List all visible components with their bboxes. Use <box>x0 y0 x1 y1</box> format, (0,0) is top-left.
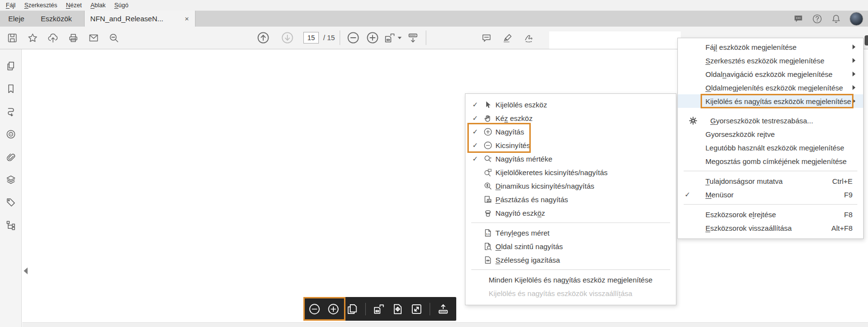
print-button[interactable] <box>65 30 81 46</box>
menubar-item-view[interactable]: Nézet <box>61 1 86 10</box>
highlight-button[interactable] <box>499 30 516 46</box>
hide-toolbar-button[interactable] <box>404 30 421 46</box>
comment-icon <box>481 32 492 44</box>
menu-item-marquee-zoom[interactable]: Kijelölőkeretes kicsinyítés/nagyítás <box>465 165 676 179</box>
horizontal-scrollbar[interactable] <box>22 322 868 327</box>
menubar-item-file[interactable]: Fájl <box>1 1 20 10</box>
menu-item-actual-size[interactable]: 1:1Tényleges méret <box>465 226 676 239</box>
menu-item-reset-toolbars[interactable]: Eszközsorok visszaállításaAlt+F8 <box>678 221 863 235</box>
menubar-item-edit[interactable]: Szerkesztés <box>20 1 61 10</box>
fab-fullscreen-button[interactable] <box>410 303 423 315</box>
menu-item-show-all-select-zoom[interactable]: Minden Kijelölés és nagyítás eszköz megj… <box>465 273 676 286</box>
comment-button[interactable] <box>478 30 494 46</box>
menu-item-menu-bar-toggle[interactable]: ✓MenüsorF9 <box>678 188 863 201</box>
previous-page-button[interactable] <box>255 30 271 46</box>
attachments-icon <box>5 151 16 163</box>
menu-item-recent-tools[interactable]: Legutóbb használt eszközök megjelenítése <box>678 141 863 154</box>
layers-icon <box>5 174 16 185</box>
menubar-item-help[interactable]: Súgó <box>110 1 133 10</box>
menu-bar: FájlSzerkesztésNézetAblakSúgó <box>0 0 868 11</box>
zoom-in-button[interactable] <box>364 30 381 46</box>
page-fit-button[interactable] <box>384 30 402 46</box>
fab-zoom-in-button[interactable] <box>327 303 340 315</box>
menu-item-zoom-out-tool[interactable]: ✓Kicsinyítés <box>465 138 676 152</box>
menu-item-page-display-tools[interactable]: Oldalmegjelenítés eszközök megjelenítése <box>678 81 863 94</box>
fill-sign-button[interactable] <box>521 30 537 46</box>
help-button[interactable] <box>812 14 823 24</box>
menu-item-reset-select-zoom: Kijelölés és nagyítás eszközök visszaáll… <box>465 286 676 300</box>
menu-item-page-nav-tools[interactable]: Oldalnavigáció eszközök megjelenítése <box>678 67 863 81</box>
dock-up-icon <box>437 303 449 315</box>
panel-page-thumbnails-button[interactable] <box>5 60 16 72</box>
menu-item-quick-tools-hidden[interactable]: Gyorseszközök rejtve <box>678 127 863 141</box>
zoom-out-button[interactable] <box>345 30 361 46</box>
favorites-button[interactable] <box>24 30 41 46</box>
menubar-item-window[interactable]: Ablak <box>86 1 110 10</box>
submenu-arrow-icon <box>853 85 855 90</box>
menu-item-edit-tools[interactable]: Szerkesztés eszközök megjelenítése <box>678 54 863 67</box>
email-button[interactable] <box>85 30 102 46</box>
icon-cell <box>481 195 494 204</box>
menu-item-select-tool[interactable]: ✓Kijelölés eszköz <box>465 98 676 111</box>
panel-destinations-button[interactable] <box>5 128 16 140</box>
menu-item-properties-bar[interactable]: Tulajdonságsor mutatvaCtrl+E <box>678 174 863 188</box>
menu-item-pan-zoom[interactable]: Pásztázás és nagyítás <box>465 193 676 206</box>
menu-item-zoom-value[interactable]: ✓Nagyítás mértéke <box>465 152 676 165</box>
menu-item-fit-width[interactable]: Szélesség igazítása <box>465 253 676 267</box>
menu-item-label: Szerkesztés eszközök megjelenítése <box>705 57 824 65</box>
tab-tools[interactable]: Eszközök <box>32 11 80 27</box>
menu-item-label: Nagyítás <box>495 128 524 136</box>
user-avatar[interactable] <box>850 12 863 26</box>
tab-close-icon[interactable]: × <box>185 15 189 23</box>
menu-item-zoom-to-page[interactable]: Oldal szintű nagyítás <box>465 239 676 253</box>
panel-tags-button[interactable] <box>5 196 16 208</box>
panel-articles-button[interactable] <box>5 105 16 117</box>
panel-order-button[interactable] <box>5 219 16 231</box>
search-button[interactable] <box>105 30 122 46</box>
collapsed-pane-button[interactable] <box>865 35 868 45</box>
page-number-input[interactable]: 15 <box>303 32 319 44</box>
menu-item-select-zoom-tools[interactable]: Kijelölés és nagyítás eszközök megjelení… <box>678 94 863 108</box>
menu-item-hide-toolbars[interactable]: Eszközsorok elrejtéseF8 <box>678 208 863 221</box>
fab-show-toolbar-button[interactable] <box>437 303 449 315</box>
tab-home[interactable]: Eleje <box>0 11 32 27</box>
menu-item-label: Dinamikus kicsinyítés/nagyítás <box>495 182 594 190</box>
menu-item-label: Minden Kijelölés és nagyítás eszköz megj… <box>489 276 653 284</box>
hand-icon <box>483 114 493 123</box>
menu-spacer <box>678 108 863 114</box>
menu-item-label: Menüsor <box>705 191 733 199</box>
menu-item-label: Kijelölőkeretes kicsinyítés/nagyítás <box>495 168 608 177</box>
fab-page-view-button[interactable] <box>346 303 359 315</box>
menu-item-share-button-label[interactable]: Megosztás gomb címkéjének megjelenítése <box>678 154 863 168</box>
menu-item-dynamic-zoom[interactable]: Dinamikus kicsinyítés/nagyítás <box>465 179 676 193</box>
actual-size-icon: 1:1 <box>483 228 493 238</box>
fab-zoom-out-button[interactable] <box>308 303 321 315</box>
panel-attachments-button[interactable] <box>5 151 16 163</box>
menu-item-label: Szélesség igazítása <box>495 256 560 264</box>
menu-item-label: Oldal szintű nagyítás <box>495 242 563 251</box>
menu-item-loupe-tool[interactable]: Nagyító eszköz <box>465 206 676 220</box>
page-count-label: / 15 <box>323 34 335 42</box>
magnifier-dynamic-icon <box>483 181 493 191</box>
fab-zoom-pan-button[interactable] <box>391 303 404 315</box>
feedback-button[interactable] <box>793 14 804 24</box>
shortcut-label: F8 <box>844 210 863 219</box>
save-button[interactable] <box>4 30 20 46</box>
menu-item-hand-tool[interactable]: ✓Kéz eszköz <box>465 111 676 125</box>
panel-layers-button[interactable] <box>5 174 16 185</box>
tab-document[interactable]: NFN_and_ReleaseN...× <box>84 11 195 27</box>
toolbar-center-group: 15/ 15 <box>255 27 431 49</box>
sidebar-collapse-icon[interactable] <box>24 268 28 274</box>
share-button[interactable] <box>45 30 61 46</box>
menu-item-zoom-in-tool[interactable]: ✓Nagyítás <box>465 125 676 138</box>
panel-bookmarks-button[interactable] <box>5 83 16 94</box>
icon-cell <box>481 181 494 191</box>
submenu-arrow-icon <box>853 99 855 104</box>
menu-item-customize-quick-tools[interactable]: Gyorseszközök testreszabása... <box>678 114 863 127</box>
notifications-button[interactable] <box>831 14 841 24</box>
toolbar-divider <box>340 30 340 45</box>
fab-fit-width-button[interactable] <box>373 303 385 315</box>
navigation-panel-bar <box>0 49 22 327</box>
menu-item-file-tools[interactable]: Fájl eszközök megjelenítése <box>678 40 863 54</box>
checkmark-icon: ✓ <box>469 155 481 163</box>
